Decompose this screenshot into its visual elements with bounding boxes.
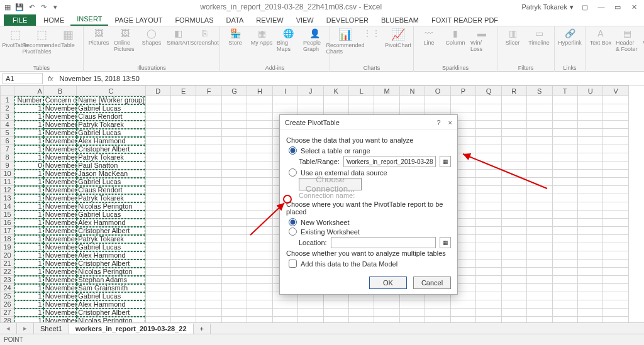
row-header[interactable]: 17 xyxy=(1,227,14,235)
tab-view[interactable]: VIEW xyxy=(290,14,320,26)
maximize-icon[interactable]: ▭ xyxy=(610,2,625,12)
myapps-button[interactable]: ▦My Apps xyxy=(250,28,273,46)
tab-page-layout[interactable]: PAGE LAYOUT xyxy=(108,14,169,26)
row-header[interactable]: 11 xyxy=(1,178,14,186)
sparkline-column-button[interactable]: ▮Column xyxy=(444,28,467,46)
new-sheet-button[interactable]: + xyxy=(194,324,211,334)
save-icon[interactable]: 💾 xyxy=(14,2,25,12)
fx-icon[interactable]: fx xyxy=(48,75,53,82)
formula-input[interactable]: November 15, 2018 13:50 xyxy=(57,75,641,82)
tab-developer[interactable]: DEVELOPER xyxy=(320,14,375,26)
row-header[interactable]: 19 xyxy=(1,243,14,251)
row-header[interactable]: 9 xyxy=(1,162,14,170)
name-box[interactable]: A1 xyxy=(3,73,43,84)
col-header-C[interactable]: C xyxy=(77,86,145,96)
smartart-button[interactable]: ◧SmartArt xyxy=(167,28,189,46)
redo-icon[interactable]: ↷ xyxy=(38,2,48,12)
tab-home[interactable]: HOME xyxy=(37,14,70,26)
row-header[interactable]: 16 xyxy=(1,219,14,227)
chart-types-button[interactable]: ⋮⋮ xyxy=(360,28,383,39)
recommended-pivottables-button[interactable]: ⬚Recommended PivotTables xyxy=(30,28,53,55)
sheet-nav-next-icon[interactable]: ▸ xyxy=(17,323,34,334)
sheet-nav-prev-icon[interactable]: ◂ xyxy=(0,323,17,334)
radio-external-source[interactable] xyxy=(289,168,297,177)
col-header-G[interactable]: G xyxy=(221,86,247,96)
col-header-O[interactable]: O xyxy=(425,86,450,96)
radio-new-worksheet[interactable] xyxy=(289,218,297,226)
row-header[interactable]: 7 xyxy=(1,145,14,153)
location-picker-icon[interactable]: ▦ xyxy=(440,237,451,248)
header-footer-button[interactable]: ▤Header & Footer xyxy=(616,28,638,52)
row-header[interactable]: 6 xyxy=(1,137,14,145)
row-header[interactable]: 10 xyxy=(1,170,14,178)
tab-bluebeam[interactable]: BLUEBEAM xyxy=(375,14,425,26)
tab-insert[interactable]: INSERT xyxy=(70,13,108,26)
close-icon[interactable]: ✕ xyxy=(626,2,641,12)
row-header[interactable]: 5 xyxy=(1,129,14,137)
col-header-U[interactable]: U xyxy=(577,86,602,96)
pictures-button[interactable]: 🖼Pictures xyxy=(87,28,110,46)
row-header[interactable]: 8 xyxy=(1,153,14,162)
tab-data[interactable]: DATA xyxy=(220,14,250,26)
textbox-button[interactable]: AText Box xyxy=(589,28,612,46)
bing-maps-button[interactable]: 🌐Bing Maps xyxy=(277,28,299,52)
col-header-L[interactable]: L xyxy=(349,86,374,96)
input-table-range[interactable] xyxy=(343,156,436,167)
sheet-tab-2[interactable]: workers_in_report_2019-03-28_22 xyxy=(69,324,194,334)
table-button[interactable]: ▦Table xyxy=(57,28,79,48)
recommended-charts-button[interactable]: 📊Recommended Charts xyxy=(334,28,357,55)
row-header[interactable]: 18 xyxy=(1,235,14,243)
row-header[interactable]: 22 xyxy=(1,268,14,276)
ok-button[interactable]: OK xyxy=(369,277,407,289)
qat-dropdown-icon[interactable]: ▾ xyxy=(50,2,60,12)
online-pictures-button[interactable]: 🖼Online Pictures xyxy=(114,28,136,52)
dialog-help-icon[interactable]: ? xyxy=(436,119,440,126)
dialog-close-icon[interactable]: × xyxy=(448,119,452,126)
row-header[interactable]: 12 xyxy=(1,186,14,194)
sparkline-line-button[interactable]: 〰Line xyxy=(418,28,440,46)
shapes-button[interactable]: ◯Shapes xyxy=(140,28,163,46)
col-header-J[interactable]: J xyxy=(298,86,323,96)
range-picker-icon[interactable]: ▦ xyxy=(440,156,451,167)
row-header[interactable]: 24 xyxy=(1,284,14,292)
checkbox-data-model[interactable] xyxy=(289,260,297,268)
col-header-I[interactable]: I xyxy=(272,86,297,96)
col-header-P[interactable]: P xyxy=(450,86,475,96)
col-header-T[interactable]: T xyxy=(552,86,577,96)
screenshot-button[interactable]: ⎘Screenshot xyxy=(193,28,216,46)
tab-foxit[interactable]: FOXIT READER PDF xyxy=(425,14,504,26)
cancel-button[interactable]: Cancel xyxy=(413,277,451,289)
row-header[interactable]: 26 xyxy=(1,300,14,309)
radio-select-range[interactable] xyxy=(289,146,297,155)
row-header[interactable]: 25 xyxy=(1,292,14,300)
col-header-N[interactable]: N xyxy=(399,86,425,96)
col-header-D[interactable]: D xyxy=(145,86,170,96)
sheet-tab-1[interactable]: Sheet1 xyxy=(34,324,69,334)
col-header-Q[interactable]: Q xyxy=(476,86,501,96)
tab-formulas[interactable]: FORMULAS xyxy=(169,14,219,26)
hyperlink-button[interactable]: 🔗Hyperlink xyxy=(558,28,581,46)
store-button[interactable]: 🏪Store xyxy=(224,28,247,46)
col-header-R[interactable]: R xyxy=(501,86,526,96)
pivotchart-button[interactable]: 📈PivotChart xyxy=(387,28,409,48)
col-header-K[interactable]: K xyxy=(323,86,348,96)
timeline-button[interactable]: ▭Timeline xyxy=(528,28,550,46)
col-header-V[interactable]: V xyxy=(603,86,629,96)
col-header-M[interactable]: M xyxy=(374,86,399,96)
input-location[interactable] xyxy=(331,237,436,248)
undo-icon[interactable]: ↶ xyxy=(26,2,36,12)
row-header[interactable]: 1 xyxy=(1,96,14,104)
col-header-H[interactable]: H xyxy=(247,86,272,96)
row-header[interactable]: 28 xyxy=(1,317,14,323)
row-header[interactable]: 20 xyxy=(1,251,14,260)
ribbon-opts-icon[interactable]: ▢ xyxy=(577,2,592,12)
row-header[interactable]: 23 xyxy=(1,276,14,284)
tab-file[interactable]: FILE xyxy=(4,14,36,26)
col-header-B[interactable]: B xyxy=(43,86,77,96)
minimize-icon[interactable]: — xyxy=(594,2,609,12)
col-header-E[interactable]: E xyxy=(170,86,196,96)
col-header-F[interactable]: F xyxy=(196,86,221,96)
row-header[interactable]: 2 xyxy=(1,104,14,112)
row-header[interactable]: 21 xyxy=(1,260,14,268)
row-header[interactable]: 3 xyxy=(1,112,14,121)
